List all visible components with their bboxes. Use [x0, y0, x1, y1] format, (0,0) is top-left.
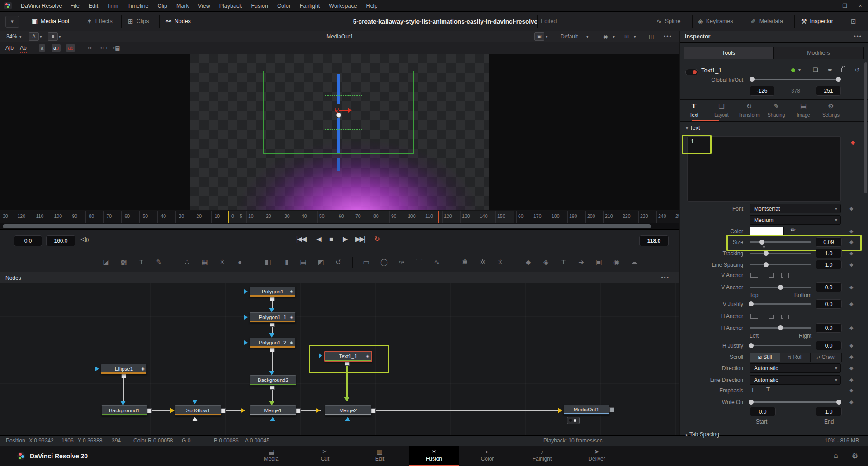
page-media[interactable]: ▤Media — [246, 446, 296, 466]
app-logo-icon[interactable] — [4, 2, 12, 9]
v-anchor-keyframe-diamond[interactable]: ◆ — [849, 284, 853, 290]
play-button[interactable]: ▶ — [343, 235, 347, 243]
paint-tool-icon[interactable]: ✎ — [153, 258, 165, 266]
node-polygon1[interactable]: Polygon1◈ — [250, 287, 296, 297]
scroll-roll-button[interactable]: ⇅ Roll — [780, 353, 811, 362]
reset-icon[interactable]: ↺ — [855, 66, 860, 73]
tab-tools[interactable]: Tools — [684, 47, 774, 59]
h-anchor-keyframe-diamond[interactable]: ◆ — [849, 325, 853, 331]
channel-select-chevron[interactable]: ▾ — [546, 31, 548, 42]
text-select-tool-icon[interactable]: Ab — [20, 44, 27, 53]
menu-help[interactable]: Help — [362, 3, 382, 9]
node-add-icon[interactable]: ◦▫ — [88, 44, 92, 52]
tab-settings[interactable]: ⚙Settings — [818, 102, 844, 118]
playhead-marker[interactable] — [438, 211, 439, 223]
polygon-mask-tool-icon[interactable]: ✑ — [396, 258, 407, 266]
lut-select[interactable]: Default▾ — [561, 31, 589, 42]
region-select-button[interactable]: ■ — [48, 32, 58, 41]
ellipse-mask-tool-icon[interactable]: ◯ — [378, 258, 390, 266]
v-anchor-slider[interactable] — [750, 287, 811, 288]
node-background1[interactable]: Background1 — [101, 405, 147, 416]
home-icon[interactable]: ⌂ — [834, 452, 838, 460]
viewer-zoom-select[interactable]: 34%▾ — [6, 31, 22, 42]
node-merge1[interactable]: Merge1 — [250, 405, 296, 416]
restore-button[interactable]: ❐ — [837, 3, 853, 9]
spline-button[interactable]: ∿ Spline — [656, 12, 680, 31]
menu-fusion[interactable]: Fusion — [246, 3, 273, 9]
node-merge2[interactable]: Merge2 — [325, 405, 371, 416]
prender-tool-icon[interactable]: ✳ — [495, 258, 506, 266]
pemitter-tool-icon[interactable]: ✱ — [459, 258, 471, 266]
line-direction-select[interactable]: Automatic▾ — [750, 375, 841, 385]
close-button[interactable]: × — [853, 3, 868, 9]
node-output-connector[interactable] — [270, 297, 275, 301]
page-fairlight[interactable]: ♪Fairlight — [517, 446, 567, 466]
menu-file[interactable]: File — [66, 3, 84, 9]
color-keyframe-diamond[interactable]: ◆ — [849, 228, 853, 234]
menu-playback[interactable]: Playback — [215, 3, 247, 9]
v-justify-keyframe-diamond[interactable]: ◆ — [849, 301, 853, 307]
camera-3d-tool-icon[interactable]: ◉ — [611, 258, 622, 266]
viewer-menu-button[interactable]: ••• — [664, 31, 672, 42]
v-anchor-top-icon[interactable] — [750, 273, 758, 278]
node-color-dot[interactable] — [791, 68, 795, 72]
bspline-mask-tool-icon[interactable]: ⌒ — [414, 258, 425, 266]
tracking-keyframe-diamond[interactable]: ◆ — [849, 250, 853, 256]
tab-layout[interactable]: ❏Layout — [709, 102, 734, 118]
lock-icon[interactable] — [841, 68, 846, 72]
menu-clip[interactable]: Clip — [153, 3, 172, 9]
dissolve-tool-icon[interactable]: ◨ — [280, 258, 291, 266]
text-keyframe-diamond[interactable]: ◆ — [851, 139, 855, 146]
tracking-field[interactable]: 1.0 — [816, 249, 842, 258]
merge-3d-tool-icon[interactable]: ➔ — [576, 258, 587, 266]
blur-tool-icon[interactable]: ● — [234, 258, 245, 266]
minimize-button[interactable]: – — [822, 3, 837, 9]
loop-button[interactable]: ↻ — [374, 235, 379, 243]
node-enable-toggle[interactable] — [685, 69, 698, 75]
node-ellipse1[interactable]: Ellipse1◈ — [101, 364, 147, 374]
inspector-button[interactable]: ⚒ Inspector — [801, 12, 833, 31]
viewer-canvas[interactable] — [0, 54, 679, 210]
matte-control-tool-icon[interactable]: ◩ — [315, 258, 326, 266]
transform-tool-icon[interactable]: ↺ — [333, 258, 344, 266]
go-to-end-button[interactable]: ▶▶| — [355, 235, 365, 243]
region-select-chevron[interactable]: ▾ — [59, 31, 61, 42]
direction-keyframe-diamond[interactable]: ◆ — [849, 365, 853, 371]
node-softglow1[interactable]: SoftGlow1 — [175, 405, 221, 416]
underline-icon[interactable]: T — [766, 386, 770, 393]
tracking-slider[interactable] — [750, 253, 811, 254]
rotation-handle[interactable] — [335, 108, 339, 111]
inspector-scrollbar[interactable] — [864, 62, 867, 193]
tab-image[interactable]: ▤Image — [791, 102, 816, 118]
range-end-marker[interactable] — [514, 211, 514, 223]
write-on-start-field[interactable]: 0.0 — [750, 407, 776, 416]
tab-shading[interactable]: ✎Shading — [764, 102, 789, 118]
keyframes-button[interactable]: ◈ Keyframes — [698, 12, 733, 31]
media-pool-button[interactable]: ▣ Media Pool — [32, 12, 69, 31]
metadata-button[interactable]: ✐ Metadata — [751, 12, 783, 31]
play-reverse-button[interactable]: ◀ — [316, 235, 321, 243]
range-start-marker[interactable] — [228, 211, 229, 223]
page-deliver[interactable]: ➤Deliver — [572, 446, 622, 466]
h-anchor-center-icon[interactable] — [766, 314, 774, 319]
direction-select[interactable]: Automatic▾ — [750, 363, 841, 373]
v-anchor-bottom-icon[interactable] — [781, 273, 789, 278]
clips-button[interactable]: ⊞ Clips — [128, 12, 149, 31]
emphasis-keyframe-diamond[interactable]: ◆ — [849, 387, 853, 393]
h-justify-slider[interactable] — [750, 345, 811, 346]
grid-button[interactable]: ⊞▾ — [624, 31, 636, 42]
particles-tool-icon[interactable]: ∴ — [181, 258, 193, 266]
nodes-panel-menu-button[interactable]: ••• — [661, 275, 670, 281]
mediaout-thumbnail-badge[interactable] — [567, 417, 580, 424]
range-out-field[interactable]: 160.0 — [46, 235, 75, 246]
selection-box-overlay[interactable] — [325, 95, 362, 130]
menu-timeline[interactable]: Timeline — [123, 3, 153, 9]
node-mediaout1[interactable]: MediaOut1 — [563, 405, 609, 415]
menu-mark[interactable]: Mark — [172, 3, 193, 9]
line-spacing-slider[interactable] — [750, 264, 811, 265]
scroll-crawl-button[interactable]: ⇄ Crawl — [810, 353, 842, 362]
v-justify-slider[interactable] — [750, 303, 811, 305]
guide-overlay-button[interactable]: A — [29, 32, 39, 41]
write-on-slider[interactable] — [750, 401, 840, 403]
center-handle[interactable] — [336, 113, 341, 118]
